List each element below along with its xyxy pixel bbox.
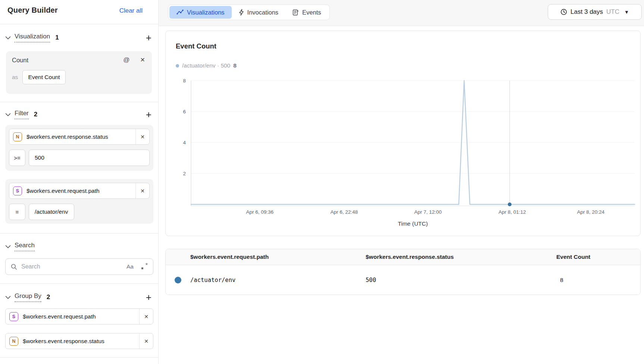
filter-count: 2 (34, 111, 37, 118)
remove-group-by-button[interactable]: ✕ (140, 333, 153, 349)
clear-all-button[interactable]: Clear all (119, 7, 143, 15)
number-type-badge: N (9, 337, 18, 346)
add-visualization-button[interactable]: + (144, 34, 153, 41)
group-by-row[interactable]: S $workers.event.request.path ✕ (5, 308, 153, 324)
section-visualization-header: Visualization 1 + (5, 32, 153, 43)
remove-filter-button[interactable]: ✕ (136, 129, 149, 144)
divider (0, 24, 159, 24)
caret-down-icon: ▼ (624, 9, 629, 15)
query-builder-page: Query Builder Clear all Visualization 1 … (0, 0, 644, 364)
group-by-field-name: $workers.event.request.path (23, 313, 96, 320)
visualization-card: Count @ ✕ as Event Count (6, 51, 152, 94)
time-range-dropdown[interactable]: Last 3 days UTC ▼ (548, 4, 642, 20)
chevron-down-icon[interactable] (5, 296, 11, 299)
tab-label: Visualizations (187, 9, 225, 16)
column-header-status: $workers.event.response.status (366, 254, 556, 260)
cell-event-count: 8 (556, 277, 640, 283)
section-group-by-header: Group By 2 + (5, 292, 153, 303)
results-table: $workers.event.request.path $workers.eve… (165, 249, 641, 295)
divider (0, 357, 159, 358)
svg-text:Apr 8, 20:24: Apr 8, 20:24 (577, 209, 605, 215)
svg-text:2: 2 (183, 171, 186, 176)
tab-label: Invocations (247, 9, 278, 16)
section-search-header: Search (5, 241, 153, 252)
divider (0, 233, 159, 233)
group-by-field-name: $workers.event.response.status (23, 338, 104, 345)
event-count-chart-card: Event Count /actuator/env · 500 8 2468Ap… (165, 31, 641, 236)
topbar: Visualizations Invocations Events Last 3… (159, 0, 644, 26)
chart-legend[interactable]: /actuator/env · 500 8 (176, 62, 237, 69)
match-case-icon[interactable]: Aa (126, 263, 134, 270)
search-input[interactable]: Search Aa * (5, 258, 153, 275)
view-tab-group: Visualizations Invocations Events (168, 4, 330, 20)
visualization-count: 1 (55, 34, 59, 41)
regex-icon[interactable]: * (141, 263, 148, 270)
line-chart-icon (176, 9, 184, 15)
table-header-row: $workers.event.request.path $workers.eve… (166, 249, 640, 265)
cell-path: /actuator/env (190, 277, 366, 283)
svg-text:8: 8 (183, 78, 186, 84)
remove-visualization-button[interactable]: ✕ (140, 56, 146, 64)
add-filter-button[interactable]: + (144, 111, 153, 118)
as-label: as (12, 74, 18, 81)
number-type-badge: N (13, 132, 22, 141)
series-color-dot (175, 277, 181, 283)
filter-operator-select[interactable]: >= (9, 150, 25, 166)
section-filter-label[interactable]: Filter (15, 110, 29, 119)
filter-card: N $workers.event.response.status ✕ >= 50… (5, 125, 153, 171)
remove-group-by-button[interactable]: ✕ (140, 309, 153, 324)
svg-text:6: 6 (183, 109, 186, 114)
filter-operator-select[interactable]: = (9, 204, 25, 220)
string-type-badge: S (13, 186, 22, 195)
at-icon[interactable]: @ (123, 56, 129, 64)
tab-visualizations[interactable]: Visualizations (169, 6, 232, 19)
events-document-icon (293, 9, 299, 16)
visualization-alias-input[interactable]: Event Count (22, 70, 65, 84)
query-builder-sidebar: Query Builder Clear all Visualization 1 … (0, 0, 159, 364)
time-range-label: Last 3 days (570, 8, 603, 16)
filter-value-input[interactable]: /actuator/env (29, 204, 74, 220)
section-group-by-label[interactable]: Group By (15, 292, 41, 302)
tab-events[interactable]: Events (285, 6, 328, 19)
chevron-down-icon[interactable] (5, 113, 11, 116)
cell-status: 500 (366, 277, 556, 283)
chevron-down-icon[interactable] (5, 36, 11, 40)
add-group-by-button[interactable]: + (144, 294, 153, 301)
tab-invocations[interactable]: Invocations (232, 6, 285, 19)
group-by-row[interactable]: N $workers.event.response.status ✕ (5, 333, 153, 349)
chart-title: Event Count (176, 42, 216, 50)
divider (0, 102, 159, 102)
search-placeholder: Search (21, 263, 126, 270)
remove-filter-button[interactable]: ✕ (136, 183, 149, 198)
column-header-path: $workers.event.request.path (190, 254, 366, 260)
section-filter-header: Filter 2 + (5, 109, 153, 120)
group-by-count: 2 (47, 294, 50, 301)
filter-card: S $workers.event.request.path ✕ = /actua… (5, 179, 153, 224)
svg-text:Apr 6, 09:36: Apr 6, 09:36 (246, 209, 274, 215)
section-search-label[interactable]: Search (15, 242, 35, 251)
filter-field-row[interactable]: N $workers.event.response.status ✕ (9, 129, 150, 145)
filter-field-row[interactable]: S $workers.event.request.path ✕ (9, 183, 150, 199)
divider (0, 283, 159, 284)
time-range-timezone: UTC (606, 8, 619, 16)
string-type-badge: S (9, 312, 18, 321)
table-row[interactable]: /actuator/env 500 8 (166, 265, 640, 295)
lightning-bolt-icon (239, 9, 244, 16)
filter-field-name: $workers.event.response.status (26, 134, 108, 140)
section-visualization-label[interactable]: Visualization (15, 33, 50, 43)
search-icon (11, 264, 17, 270)
legend-series-name: /actuator/env · 500 (182, 62, 230, 69)
svg-text:Apr 7, 12:00: Apr 7, 12:00 (414, 209, 442, 215)
svg-text:Apr 6, 22:48: Apr 6, 22:48 (330, 209, 358, 215)
main-area: Visualizations Invocations Events Last 3… (159, 0, 644, 364)
filter-field-name: $workers.event.request.path (26, 188, 100, 194)
filter-value-input[interactable]: 500 (29, 150, 150, 166)
legend-dot-icon (176, 64, 179, 68)
legend-series-value: 8 (233, 62, 237, 69)
chevron-down-icon[interactable] (5, 245, 11, 248)
svg-text:Time (UTC): Time (UTC) (398, 220, 428, 227)
event-count-line-chart[interactable]: 2468Apr 6, 09:36Apr 6, 22:48Apr 7, 12:00… (166, 78, 641, 230)
tab-label: Events (302, 9, 321, 16)
visualization-function[interactable]: Count (12, 57, 28, 64)
svg-text:Apr 8, 01:12: Apr 8, 01:12 (498, 209, 526, 215)
